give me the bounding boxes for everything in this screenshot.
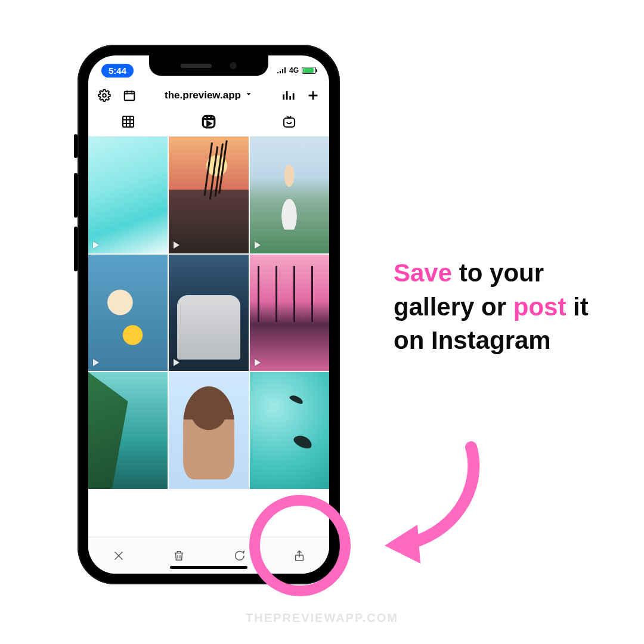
username-label: the.preview.app [165, 89, 241, 101]
volume-down-button [74, 227, 78, 271]
tab-grid[interactable] [121, 114, 135, 131]
trash-icon[interactable] [172, 549, 185, 562]
front-camera [230, 62, 237, 69]
battery-icon [302, 67, 316, 74]
grid-item[interactable] [88, 137, 168, 253]
tab-igtv[interactable] [282, 114, 296, 131]
grid-item[interactable] [169, 255, 248, 371]
close-icon[interactable] [112, 549, 125, 562]
caption-word-post: post [513, 293, 566, 321]
media-grid [88, 137, 329, 489]
highlight-ring [249, 495, 351, 596]
svg-rect-2 [123, 116, 134, 127]
signal-icon [277, 67, 286, 74]
caption-word-save: Save [394, 259, 452, 287]
home-indicator [170, 566, 247, 569]
play-icon [174, 359, 179, 366]
grid-item[interactable] [250, 372, 329, 489]
play-icon [255, 359, 261, 366]
view-tabs [88, 109, 329, 137]
play-icon [93, 359, 99, 366]
arrow-annotation [364, 435, 495, 566]
status-time: 5:44 [101, 64, 134, 78]
app-toolbar: the.preview.app [88, 82, 329, 109]
grid-item[interactable] [88, 255, 168, 371]
svg-rect-4 [284, 118, 295, 127]
grid-item[interactable] [169, 137, 248, 253]
comment-icon[interactable] [233, 549, 246, 562]
volume-up-button [74, 173, 78, 218]
analytics-icon[interactable] [281, 89, 295, 102]
play-icon [93, 242, 99, 249]
notch [149, 55, 268, 76]
tab-reels[interactable] [201, 114, 216, 132]
speaker [181, 64, 212, 68]
grid-item[interactable] [169, 372, 248, 489]
settings-icon[interactable] [98, 89, 111, 102]
status-right: 4G [277, 66, 316, 75]
svg-point-0 [103, 94, 106, 97]
watermark: THEPREVIEWAPP.COM [246, 611, 398, 625]
network-label: 4G [289, 66, 299, 75]
calendar-icon[interactable] [123, 89, 136, 102]
side-button [74, 134, 78, 158]
play-icon [174, 242, 179, 249]
grid-item[interactable] [250, 255, 329, 371]
chevron-down-icon [244, 89, 253, 101]
svg-rect-1 [125, 92, 135, 101]
grid-item[interactable] [250, 137, 329, 253]
caption-text: Save to your gallery or post it on Insta… [394, 256, 608, 358]
account-switcher[interactable]: the.preview.app [165, 89, 253, 101]
add-icon[interactable] [306, 89, 320, 102]
play-icon [255, 242, 261, 249]
grid-item[interactable] [88, 372, 168, 489]
